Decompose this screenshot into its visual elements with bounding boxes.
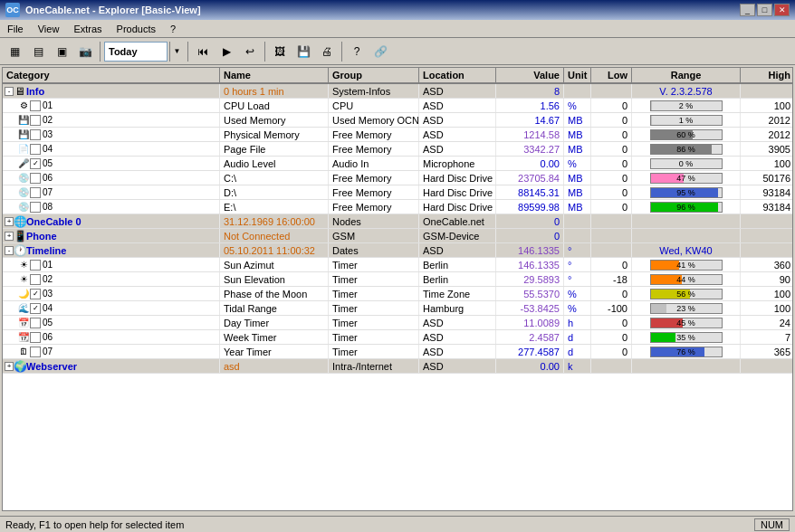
table-row[interactable]: ☀01Sun AzimutTimerBerlin146.1335°041 %36… <box>3 258 792 272</box>
tool-save[interactable]: 💾 <box>292 41 314 62</box>
minimize-button[interactable]: _ <box>740 4 755 16</box>
table-row[interactable]: 📆06Week TimerTimerASD2.4587d035 %7 <box>3 330 792 345</box>
row-checkbox[interactable] <box>30 202 41 213</box>
name-cell: Used Memory <box>220 113 329 127</box>
row-checkbox[interactable] <box>30 260 41 271</box>
category-cell: -🖥Info <box>3 84 220 98</box>
location-cell: GSM-Device <box>419 229 496 242</box>
unit-cell: MB <box>564 185 591 199</box>
row-checkbox[interactable] <box>30 332 41 343</box>
location-cell: Microphone <box>419 157 496 170</box>
row-checkbox[interactable] <box>30 173 41 184</box>
row-checkbox[interactable]: ✓ <box>30 303 41 314</box>
row-checkbox[interactable] <box>30 347 41 357</box>
tool-print[interactable]: 🖨 <box>316 41 338 62</box>
today-input[interactable]: Today <box>104 42 168 62</box>
row-number: 06 <box>43 332 61 342</box>
expand-icon[interactable]: + <box>5 362 14 371</box>
th-group[interactable]: Group <box>329 68 419 82</box>
row-checkbox[interactable] <box>30 318 41 328</box>
table-row[interactable]: 🌙✓03Phase of the MoonTimerTime Zone55.53… <box>3 287 792 301</box>
high-cell: 90 <box>741 272 792 286</box>
tool-link[interactable]: 🔗 <box>369 41 391 62</box>
table-row[interactable]: 📅05Day TimerTimerASD11.0089h045 %24 <box>3 316 792 330</box>
table-row[interactable]: 💿06C:\Free MemoryHard Disc Drive23705.84… <box>3 171 792 185</box>
name-cell: Sun Elevation <box>220 272 329 286</box>
menu-help[interactable]: ? <box>167 23 179 35</box>
table-row[interactable]: 🎤✓05Audio LevelAudio InMicrophone0.00%00… <box>3 157 792 171</box>
row-checkbox[interactable] <box>30 129 41 140</box>
table-row[interactable]: 💾02Used MemoryUsed Memory OCNASD14.67MB0… <box>3 113 792 128</box>
unit-cell: % <box>564 287 591 300</box>
row-checkbox[interactable]: ✓ <box>30 158 41 169</box>
th-location[interactable]: Location <box>419 68 496 82</box>
th-high[interactable]: High <box>741 68 793 82</box>
group-cell: Dates <box>329 243 419 257</box>
category-cell: 📅05 <box>3 316 220 329</box>
range-cell: 2 % <box>632 99 741 112</box>
th-category[interactable]: Category <box>3 68 220 82</box>
low-cell: 0 <box>591 316 632 329</box>
expand-icon[interactable]: + <box>5 232 14 241</box>
progress-bar-text: 2 % <box>651 101 722 110</box>
th-value[interactable]: Value <box>496 68 564 82</box>
row-checkbox[interactable] <box>30 144 41 155</box>
table-row[interactable]: ☀02Sun ElevationTimerBerlin29.5893°-1844… <box>3 272 792 287</box>
value-cell: 0.00 <box>496 157 564 170</box>
tool-grid3[interactable]: ▣ <box>51 41 72 62</box>
expand-icon[interactable]: + <box>5 217 14 226</box>
category-cell: 🎤✓05 <box>3 157 220 170</box>
close-button[interactable]: ✕ <box>774 4 790 16</box>
unit-cell: k <box>564 359 591 373</box>
high-cell: 93184 <box>741 185 792 199</box>
tool-grid2[interactable]: ▤ <box>27 41 49 62</box>
th-low[interactable]: Low <box>591 68 632 82</box>
today-dropdown[interactable]: ▼ <box>169 42 184 62</box>
table-row[interactable]: ⚙01CPU LoadCPUASD1.56%02 %100 <box>3 99 792 113</box>
title-bar: OC OneCable.net - Explorer [Basic-View] … <box>0 0 795 20</box>
main-area: Category Name Group Location Value Unit … <box>2 67 793 511</box>
progress-bar-text: 1 % <box>651 116 722 125</box>
table-row[interactable]: 📄04Page FileFree MemoryASD3342.27MB086 %… <box>3 142 792 157</box>
table-row[interactable]: -🖥Info0 hours 1 minSystem-InfosASD8V. 2.… <box>3 84 792 99</box>
th-unit[interactable]: Unit <box>564 68 591 82</box>
table-row[interactable]: 💿08E:\Free MemoryHard Disc Drive89599.98… <box>3 200 792 214</box>
row-checkbox[interactable] <box>30 100 41 111</box>
row-checkbox[interactable] <box>30 274 41 285</box>
th-name[interactable]: Name <box>220 68 329 82</box>
menu-extras[interactable]: Extras <box>70 23 105 35</box>
tool-img[interactable]: 🖼 <box>269 41 291 62</box>
toolbar-sep2 <box>187 42 188 62</box>
tool-play[interactable]: ▶ <box>216 41 237 62</box>
expand-icon[interactable]: - <box>5 87 14 96</box>
table-row[interactable]: 💿07D:\Free MemoryHard Disc Drive88145.31… <box>3 185 792 200</box>
row-checkbox[interactable]: ✓ <box>30 289 41 299</box>
tool-help[interactable]: ? <box>346 41 368 62</box>
tool-grid1[interactable]: ▦ <box>4 41 25 62</box>
row-checkbox[interactable] <box>30 187 41 198</box>
table-row[interactable]: 🗓07Year TimerTimerASD277.4587d076 %365 <box>3 345 792 359</box>
menu-products[interactable]: Products <box>113 23 159 35</box>
table-row[interactable]: -🕐Timeline05.10.2011 11:00:32DatesASD146… <box>3 243 792 258</box>
row-checkbox[interactable] <box>30 115 41 126</box>
high-cell <box>741 214 792 228</box>
table-row[interactable]: 🌊✓04Tidal RangeTimerHamburg-53.8425%-100… <box>3 301 792 316</box>
table-row[interactable]: 💾03Physical MemoryFree MemoryASD1214.58M… <box>3 128 792 142</box>
row-number: 03 <box>43 289 61 299</box>
group-cell: Intra-/Internet <box>329 359 419 373</box>
tool-cam[interactable]: 📷 <box>74 41 96 62</box>
expand-icon[interactable]: - <box>5 246 14 255</box>
name-cell: Tidal Range <box>220 301 329 315</box>
maximize-button[interactable]: □ <box>757 4 772 16</box>
low-cell: 0 <box>591 128 632 141</box>
low-cell <box>591 359 632 373</box>
progress-bar-container: 45 % <box>650 318 723 328</box>
menu-file[interactable]: File <box>4 23 27 35</box>
table-row[interactable]: +📱PhoneNot ConnectedGSMGSM-Device0 <box>3 229 792 243</box>
tool-back[interactable]: ↩ <box>239 41 261 62</box>
table-row[interactable]: +🌍WebserverasdIntra-/InternetASD0.00k <box>3 359 792 374</box>
table-row[interactable]: +🌐OneCable 031.12.1969 16:00:00NodesOneC… <box>3 214 792 229</box>
th-range[interactable]: Range <box>632 68 741 82</box>
tool-prev[interactable]: ⏮ <box>192 41 214 62</box>
menu-view[interactable]: View <box>34 23 63 35</box>
